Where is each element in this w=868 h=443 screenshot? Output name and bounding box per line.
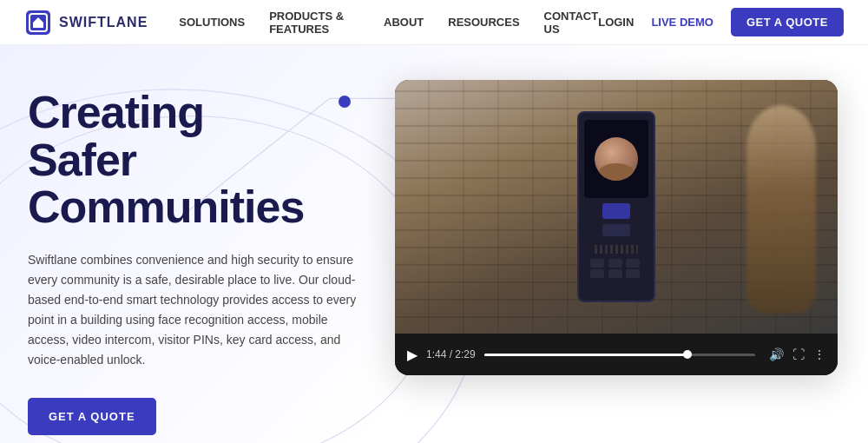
fullscreen-icon[interactable]: ⛶ <box>792 347 805 361</box>
hero-section: Creating Safer Communities Swiftlane com… <box>0 45 868 443</box>
hero-heading: Creating Safer Communities <box>28 89 392 231</box>
device-keypad <box>590 259 642 278</box>
play-button[interactable]: ▶ <box>407 347 418 363</box>
hero-get-a-quote-button[interactable]: GET A QUOTE <box>28 398 156 435</box>
device-screen <box>584 120 648 198</box>
hero-heading-line3: Communities <box>28 182 304 232</box>
hero-left-content: Creating Safer Communities Swiftlane com… <box>28 71 392 435</box>
decorative-dot <box>339 96 351 108</box>
device-face-recognition <box>595 137 638 181</box>
person-silhouette <box>746 105 816 314</box>
logo-link[interactable]: SWIFTLANE <box>24 9 148 36</box>
logo-icon <box>24 9 52 36</box>
nav-get-a-quote-button[interactable]: GET A QUOTE <box>731 8 844 36</box>
nav-products-features[interactable]: PRODUCTS & FEATURES <box>269 10 359 36</box>
progress-fill <box>484 354 687 356</box>
device-button-row <box>602 203 630 219</box>
more-options-icon[interactable]: ⋮ <box>813 347 825 361</box>
device-button-1 <box>602 203 630 219</box>
login-link[interactable]: LOGIN <box>598 16 634 29</box>
nav-links: SOLUTIONS PRODUCTS & FEATURES ABOUT RESO… <box>179 10 598 36</box>
nav-resources[interactable]: RESOURCES <box>448 16 519 29</box>
key-4 <box>590 269 604 278</box>
key-6 <box>626 269 640 278</box>
brand-name: SWIFTLANE <box>59 15 148 30</box>
key-5 <box>608 269 622 278</box>
video-player[interactable]: ▶ 1:44 / 2:29 🔊 ⛶ ⋮ <box>395 80 838 375</box>
hero-description: Swiftlane combines convenience and high … <box>28 250 358 371</box>
live-demo-link[interactable]: LIVE DEMO <box>651 16 713 29</box>
video-controls: ▶ 1:44 / 2:29 🔊 ⛶ ⋮ <box>395 334 838 375</box>
progress-dot <box>683 350 692 359</box>
navbar: SWIFTLANE SOLUTIONS PRODUCTS & FEATURES … <box>0 0 868 45</box>
key-1 <box>590 259 604 268</box>
hero-heading-line1: Creating <box>28 87 204 137</box>
hero-right-content: ▶ 1:44 / 2:29 🔊 ⛶ ⋮ <box>392 71 840 375</box>
volume-icon[interactable]: 🔊 <box>769 347 784 361</box>
video-controls-right: 🔊 ⛶ ⋮ <box>769 347 825 361</box>
device-speaker <box>595 245 638 254</box>
nav-actions: LOGIN LIVE DEMO GET A QUOTE <box>598 8 844 36</box>
key-2 <box>608 259 622 268</box>
device-button-2 <box>602 224 630 236</box>
swiftlane-device <box>577 111 655 302</box>
key-3 <box>626 259 640 268</box>
nav-about[interactable]: ABOUT <box>384 16 424 29</box>
hero-heading-line2: Safer <box>28 135 136 185</box>
nav-solutions[interactable]: SOLUTIONS <box>179 16 245 29</box>
nav-contact-us[interactable]: CONTACT US <box>544 10 599 36</box>
video-time: 1:44 / 2:29 <box>426 348 476 360</box>
progress-bar[interactable] <box>484 354 755 356</box>
video-scene <box>395 80 838 334</box>
